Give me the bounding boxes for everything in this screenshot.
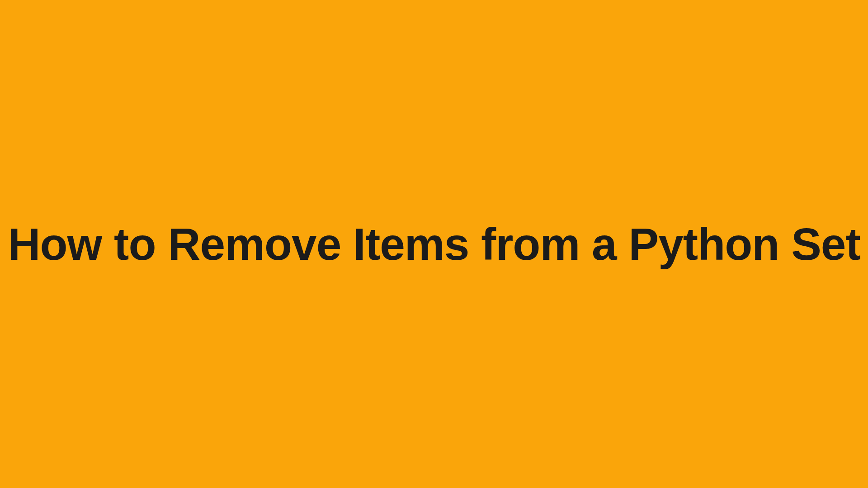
page-title: How to Remove Items from a Python Set [8, 219, 860, 269]
